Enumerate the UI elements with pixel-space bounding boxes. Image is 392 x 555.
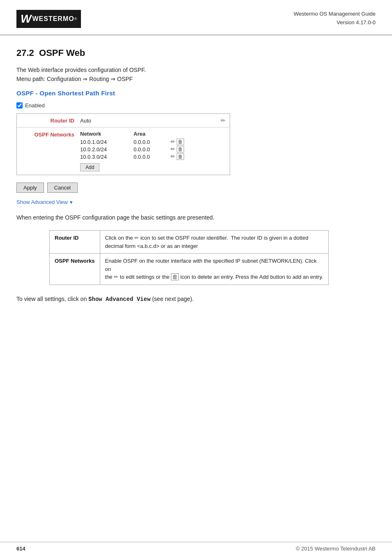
area-value: 0.0.0.0 [134,154,171,160]
delete-network-icon[interactable]: 🗑 [177,139,184,145]
network-row: 10.0.1.0/24 0.0.0.0 ✏ 🗑 [80,139,226,145]
description-paragraph: When entering the OSPF configuration pag… [16,213,376,222]
networks-body: Network Area 10.0.1.0/24 0.0.0.0 ✏ 🗑 10.… [80,131,226,171]
main-content: 27.2 OSPF Web The Web interface provides… [0,35,392,328]
logo-trademark: ® [74,17,77,21]
ospf-config-table: Router ID Auto ✏ OSPF Networks Network A… [16,113,230,175]
edit-network-icon[interactable]: ✏ [171,153,175,160]
table-row: Router ID Click on the ✏ icon to set the… [50,231,329,254]
final-text: To view all settings, click on Show Adva… [16,295,376,304]
trash-icon: 🗑 [171,273,179,280]
intro-text: The Web interface provides configuration… [16,67,376,73]
apply-button[interactable]: Apply [16,183,44,193]
logo-w-letter: W [21,12,31,25]
router-id-value: Auto [80,118,221,124]
network-actions: ✏ 🗑 [171,139,184,145]
menu-path: Menu path: Configuration ⇒ Routing ⇒ OSP… [16,76,376,82]
ospf-networks-row: OSPF Networks Network Area 10.0.1.0/24 0… [17,127,230,175]
network-actions: ✏ 🗑 [171,153,184,160]
ospf-networks-label: OSPF Networks [21,131,74,138]
pencil-icon-2: ✏ [114,274,118,280]
enabled-checkbox[interactable] [16,102,23,109]
router-id-term: Router ID [50,231,100,254]
router-id-desc: Click on the ✏ icon to set the OSPF rout… [100,231,328,254]
network-col-header: Network [80,131,134,137]
network-row: 10.0.2.0/24 0.0.0.0 ✏ 🗑 [80,146,226,153]
show-advanced-label: Show Advanced View [16,199,68,205]
edit-network-icon[interactable]: ✏ [171,146,175,153]
delete-network-icon[interactable]: 🗑 [177,153,184,160]
area-col-header: Area [134,131,171,137]
header-doc-info: Westermo OS Management Guide Version 4.1… [294,10,376,27]
ospf-widget-title: OSPF - Open Shortest Path First [16,90,376,97]
router-id-edit-icon[interactable]: ✏ [221,117,226,124]
description-table: Router ID Click on the ✏ icon to set the… [49,230,329,285]
show-advanced-view[interactable]: Show Advanced View ▼ [16,199,74,205]
network-value: 10.0.3.0/24 [80,154,134,160]
router-id-row: Router ID Auto ✏ [17,114,230,127]
ospf-networks-term: OSPF Networks [50,254,100,285]
enabled-row[interactable]: Enabled [16,102,376,109]
edit-network-icon[interactable]: ✏ [171,139,175,145]
network-actions: ✏ 🗑 [171,146,184,153]
enabled-label: Enabled [25,102,45,109]
ospf-networks-desc: Enable OSPF on the router interface with… [100,254,328,285]
show-advanced-bold: Show Advanced View [88,296,150,303]
show-advanced-arrow-icon: ▼ [69,200,74,205]
area-value: 0.0.0.0 [134,146,171,153]
table-row: OSPF Networks Enable OSPF on the router … [50,254,329,285]
doc-title: Westermo OS Management Guide [294,10,376,18]
page-header: W WESTERMO® Westermo OS Management Guide… [0,0,392,35]
area-value: 0.0.0.0 [134,139,171,145]
footer-page-number: 614 [16,546,25,552]
network-value: 10.0.1.0/24 [80,139,134,145]
network-value: 10.0.2.0/24 [80,146,134,153]
logo-container: W WESTERMO® [16,10,81,28]
network-rows: 10.0.1.0/24 0.0.0.0 ✏ 🗑 10.0.2.0/24 0.0.… [80,139,226,160]
doc-version: Version 4.17.0-0 [294,18,376,27]
logo-box: W WESTERMO® [16,10,81,28]
page-footer: 614 © 2015 Westermo Teleindustri AB [0,542,392,555]
logo-text: WESTERMO [32,15,74,23]
add-network-button[interactable]: Add [80,163,99,171]
networks-header: Network Area [80,131,226,137]
delete-network-icon[interactable]: 🗑 [177,146,184,153]
pencil-icon: ✏ [134,234,139,242]
footer-copyright: © 2015 Westermo Teleindustri AB [296,546,376,552]
network-row: 10.0.3.0/24 0.0.0.0 ✏ 🗑 [80,153,226,160]
router-id-label: Router ID [21,118,74,124]
cancel-button[interactable]: Cancel [47,183,78,193]
form-buttons: Apply Cancel [16,183,376,193]
section-title: 27.2 OSPF Web [16,48,376,58]
